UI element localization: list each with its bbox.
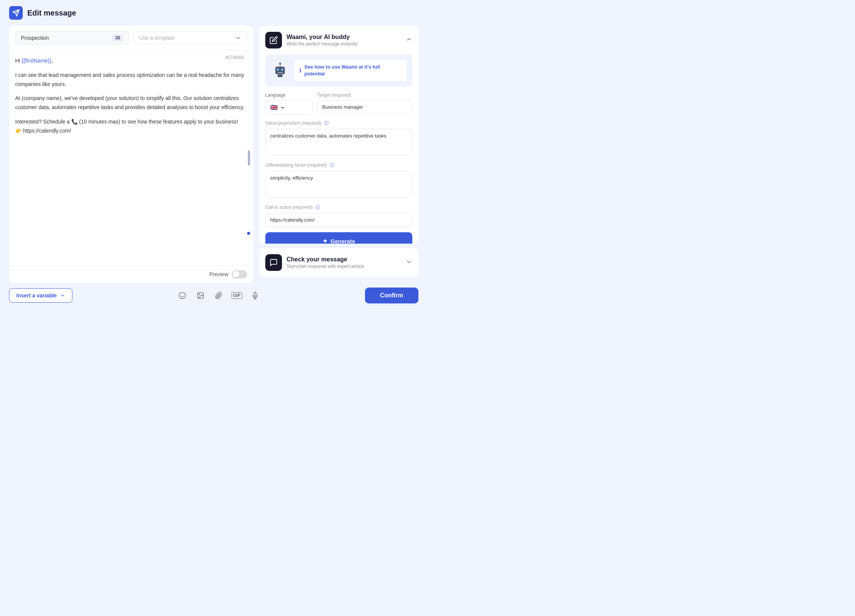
message-line1: Hi {{firstName}},: [15, 56, 247, 66]
promo-text-box[interactable]: ℹ See how to use Waami at it's full pote…: [294, 60, 407, 81]
bottom-toolbar: Insert a variable: [0, 283, 428, 308]
microphone-icon: [251, 292, 259, 299]
message-para3: Interested? Schedule a 📞 (10 minutes max…: [15, 117, 247, 136]
check-panel-header[interactable]: Check your message Skyrocket response wi…: [259, 248, 418, 277]
robot-avatar: [271, 61, 290, 80]
ai-subtitle: Write the perfect message instantly: [287, 41, 401, 47]
cta-label: Call to action (required) ⓘ: [265, 204, 412, 211]
template-placeholder: Use a template: [139, 35, 175, 41]
check-title: Check your message: [287, 256, 401, 263]
emoji-icon: [179, 292, 186, 299]
main-content: Prospection 38 Use a template 457/8000 H…: [0, 26, 428, 283]
scroll-indicator[interactable]: [248, 150, 250, 166]
message-content-area[interactable]: Hi {{firstName}}, I can see that lead ma…: [9, 50, 253, 142]
info-icon-cta: ⓘ: [315, 205, 320, 210]
insert-variable-button[interactable]: Insert a variable: [9, 288, 72, 303]
svg-rect-5: [277, 72, 283, 73]
ai-panel-body: ℹ See how to use Waami at it's full pote…: [259, 55, 418, 244]
svg-point-13: [199, 294, 200, 295]
toolbar-icons: GIF: [77, 289, 360, 302]
ai-header-text: Waami, your AI buddy Write the perfect m…: [287, 34, 401, 47]
differentiating-label: Differentiating factor (required) ⓘ: [265, 162, 412, 169]
ai-title: Waami, your AI buddy: [287, 34, 401, 41]
emoji-button[interactable]: [176, 289, 188, 302]
svg-point-9: [179, 292, 185, 299]
left-panel: Prospection 38 Use a template 457/8000 H…: [9, 26, 253, 283]
info-icon-diff: ⓘ: [330, 163, 334, 168]
value-prop-group: Value proposition (required) ⓘ centraliz…: [265, 120, 412, 157]
sequence-badge: Prospection 38: [15, 31, 129, 45]
ai-panel: Waami, your AI buddy Write the perfect m…: [259, 26, 418, 244]
check-icon-box: [265, 254, 282, 271]
char-count: 457/8000: [225, 55, 244, 60]
star-icon: ✦: [323, 238, 327, 244]
gif-icon: GIF: [232, 292, 242, 299]
image-button[interactable]: [194, 289, 207, 302]
info-icon: ℹ: [299, 67, 301, 73]
app-icon: [9, 6, 23, 20]
confirm-button[interactable]: Confirm: [365, 288, 418, 303]
check-header-text: Check your message Skyrocket response wi…: [287, 256, 401, 269]
flag-icon: 🇬🇧: [270, 104, 278, 111]
ai-panel-header[interactable]: Waami, your AI buddy Write the perfect m…: [259, 26, 418, 55]
preview-toggle[interactable]: [232, 270, 247, 278]
language-field-group: Language 🇬🇧: [265, 92, 313, 115]
expand-button[interactable]: [406, 258, 412, 267]
cta-group: Call to action (required) ⓘ https://cale…: [265, 204, 412, 227]
language-target-row: Language 🇬🇧 Target (required): [265, 92, 412, 115]
language-label: Language: [265, 92, 313, 98]
scroll-dot: [247, 232, 250, 235]
paperclip-icon: [215, 292, 222, 299]
pointing-emoji: 👉: [15, 128, 22, 134]
page-title: Edit message: [27, 9, 76, 17]
app-container: Edit message Prospection 38 Use a templa…: [0, 0, 428, 308]
message-controls: Prospection 38 Use a template: [9, 26, 253, 50]
waami-promo-banner: ℹ See how to use Waami at it's full pote…: [265, 55, 412, 86]
cta-input[interactable]: https://calendly.com/: [265, 213, 412, 227]
svg-point-3: [277, 68, 279, 71]
message-para2: At (company name), we've developed (your…: [15, 94, 247, 112]
chevron-up-icon: [406, 36, 412, 43]
generate-button[interactable]: ✦ Generate: [265, 232, 412, 244]
generate-label: Generate: [330, 238, 355, 244]
phone-emoji: 📞: [71, 119, 78, 125]
target-field-group: Target (required): [317, 92, 412, 115]
firstname-variable: {{firstName}}: [22, 58, 52, 64]
differentiating-group: Differentiating factor (required) ⓘ simp…: [265, 162, 412, 199]
header: Edit message: [0, 0, 428, 26]
voice-button[interactable]: [249, 289, 261, 302]
preview-label: Preview: [209, 271, 228, 277]
target-label: Target (required): [317, 92, 412, 98]
value-prop-input[interactable]: centralizes customer data, automates rep…: [265, 129, 412, 155]
chevron-down-icon: [280, 105, 285, 110]
image-icon: [197, 292, 204, 299]
chevron-down-icon: [60, 293, 65, 298]
target-input[interactable]: [317, 100, 412, 114]
message-para1: I can see that lead management and sales…: [15, 71, 247, 89]
promo-link: See how to use Waami at it's full potent…: [304, 64, 402, 77]
right-panel: Waami, your AI buddy Write the perfect m…: [259, 26, 418, 283]
insert-variable-label: Insert a variable: [16, 292, 57, 299]
preview-bar: Preview: [9, 265, 253, 283]
info-icon-vp: ⓘ: [324, 120, 329, 126]
check-subtitle: Skyrocket response with expert advice: [287, 264, 401, 269]
differentiating-input[interactable]: simplicity, efficiency: [265, 171, 412, 197]
chevron-down-icon: [235, 35, 241, 41]
waami-icon-box: [265, 32, 282, 48]
edit-icon: [269, 36, 278, 44]
check-panel: Check your message Skyrocket response wi…: [259, 248, 418, 277]
attachment-button[interactable]: [213, 289, 225, 302]
gif-button[interactable]: GIF: [231, 289, 243, 302]
template-dropdown[interactable]: Use a template: [133, 31, 247, 44]
svg-point-7: [279, 63, 281, 64]
svg-point-4: [281, 68, 284, 71]
message-editor: 457/8000 Hi {{firstName}}, I can see tha…: [9, 50, 253, 265]
chevron-down-icon: [406, 258, 412, 265]
collapse-button[interactable]: [406, 36, 412, 45]
language-select[interactable]: 🇬🇧: [265, 100, 313, 115]
svg-rect-8: [277, 75, 282, 77]
value-prop-label: Value proposition (required) ⓘ: [265, 120, 412, 127]
sequence-count: 38: [112, 34, 123, 41]
sequence-label: Prospection: [21, 35, 49, 41]
svg-rect-2: [276, 67, 285, 74]
